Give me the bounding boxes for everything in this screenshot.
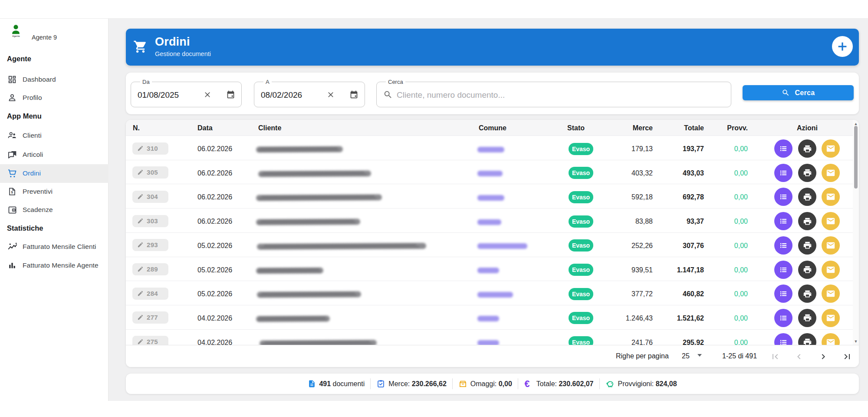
svg-text:€: €: [524, 379, 529, 389]
svg-text:$: $: [11, 190, 13, 194]
